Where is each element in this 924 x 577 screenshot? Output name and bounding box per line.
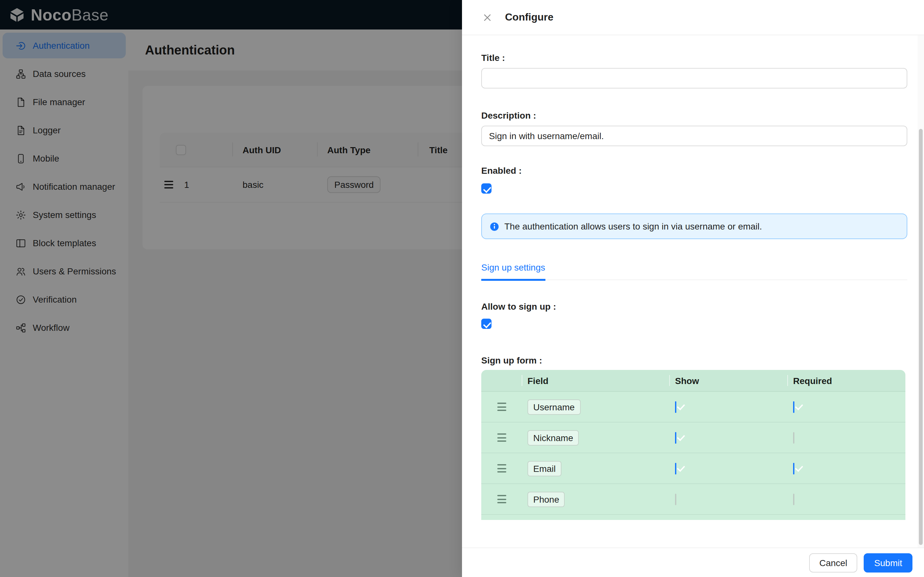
field-tag: Phone xyxy=(527,492,565,507)
info-alert-text: The authentication allows users to sign … xyxy=(504,221,762,231)
show-checkbox-phone[interactable] xyxy=(675,493,676,505)
drawer-footer: Cancel Submit xyxy=(462,548,924,577)
signup-form-table-body: UsernameNicknameEmailPhone xyxy=(481,392,905,515)
drag-handle-icon[interactable] xyxy=(497,464,506,472)
description-label: Description : xyxy=(481,108,536,122)
submit-button[interactable]: Submit xyxy=(864,553,913,572)
field-tag: Email xyxy=(527,461,561,476)
drawer-scrollbar-track xyxy=(918,35,924,548)
signup-field-row-email: Email xyxy=(481,453,905,484)
column-header-field: Field xyxy=(522,376,669,386)
screen: NocoBase AuthenticationData sourcesFile … xyxy=(0,0,924,577)
title-label: Title : xyxy=(481,51,505,65)
field-tag: Nickname xyxy=(527,430,579,445)
signup-field-row-username: Username xyxy=(481,392,905,422)
show-checkbox-email[interactable] xyxy=(675,463,676,474)
required-checkbox-nickname[interactable] xyxy=(793,432,795,443)
required-checkbox-email[interactable] xyxy=(793,463,795,474)
field-tag: Username xyxy=(527,399,580,414)
enabled-label: Enabled : xyxy=(481,163,522,177)
drawer-header: Configure xyxy=(462,0,924,35)
required-checkbox-username[interactable] xyxy=(793,401,795,413)
allow-sign-up-checkbox[interactable] xyxy=(481,319,491,329)
allow-sign-up-label: Allow to sign up : xyxy=(481,300,556,314)
signup-form-table: FieldShowRequired UsernameNicknameEmailP… xyxy=(481,370,905,520)
column-header-required: Required xyxy=(787,376,905,386)
title-input[interactable] xyxy=(481,68,907,89)
show-checkbox-nickname[interactable] xyxy=(675,432,676,443)
configure-drawer: Configure Title : Description : Enabled … xyxy=(462,0,924,577)
drag-handle-icon[interactable] xyxy=(497,434,506,442)
column-divider xyxy=(787,375,788,386)
column-divider xyxy=(522,375,522,386)
signup-field-row-phone: Phone xyxy=(481,484,905,515)
drag-handle-icon[interactable] xyxy=(497,403,506,411)
close-icon[interactable] xyxy=(483,13,492,22)
description-input[interactable] xyxy=(481,126,907,146)
signup-field-row-nickname: Nickname xyxy=(481,422,905,453)
column-header-show: Show xyxy=(669,376,787,386)
enabled-checkbox[interactable] xyxy=(481,183,491,193)
sign-up-form-label: Sign up form : xyxy=(481,353,542,367)
required-checkbox-phone[interactable] xyxy=(793,493,795,505)
column-divider xyxy=(669,375,670,386)
tab-sign-up-settings[interactable]: Sign up settings xyxy=(481,262,545,281)
show-checkbox-username[interactable] xyxy=(675,401,676,413)
tabs-bar: Sign up settings xyxy=(481,262,907,280)
drawer-scrollbar-thumb[interactable] xyxy=(919,129,923,545)
signup-form-table-header: FieldShowRequired xyxy=(481,370,905,392)
signup-form-table-clipped-row xyxy=(481,515,905,520)
drag-handle-icon[interactable] xyxy=(497,495,506,503)
drawer-body: Title : Description : Enabled : The auth… xyxy=(462,35,924,548)
drawer-title: Configure xyxy=(505,11,553,23)
info-icon xyxy=(489,221,499,231)
cancel-button[interactable]: Cancel xyxy=(809,553,858,572)
info-alert: The authentication allows users to sign … xyxy=(481,213,907,239)
